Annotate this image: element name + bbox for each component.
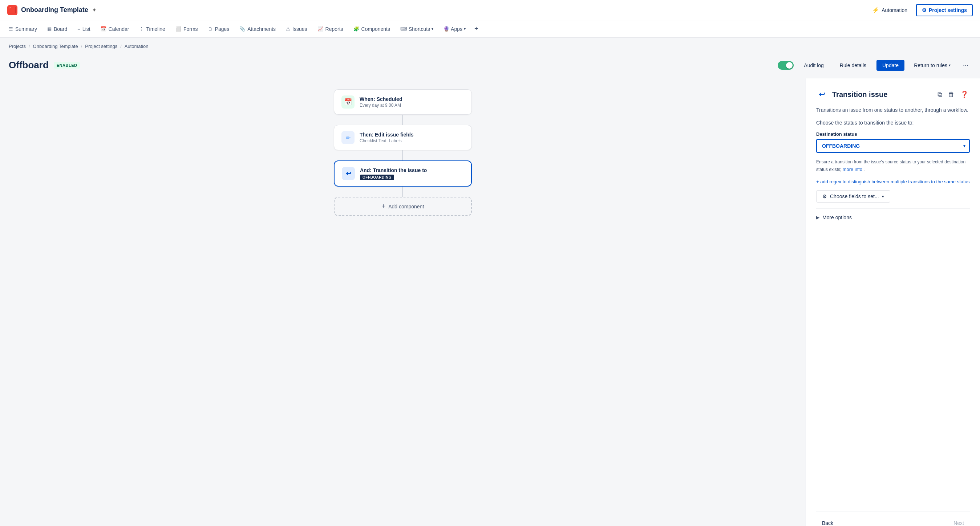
copy-icon[interactable]: ⧉ bbox=[936, 89, 944, 100]
right-panel: ↩ Transition issue ⧉ 🗑 ❓ Transitions an … bbox=[806, 78, 980, 526]
then-subtitle: Checklist Text, Labels bbox=[360, 138, 464, 143]
more-options-chevron-icon: ▶ bbox=[816, 215, 819, 220]
add-regex-link[interactable]: + add regex to distinguish between multi… bbox=[816, 179, 970, 184]
choose-fields-button[interactable]: ⚙ Choose fields to set... ▾ bbox=[816, 190, 890, 203]
top-header: 🟥 Onboarding Template ✦ ⚡ Automation ⚙ P… bbox=[0, 0, 980, 20]
nav-pages-label: Pages bbox=[215, 26, 229, 32]
flow-node-then[interactable]: ✏ Then: Edit issue fields Checklist Text… bbox=[334, 125, 472, 150]
panel-icon: ↩ bbox=[816, 89, 828, 100]
nav-list-label: List bbox=[83, 26, 91, 32]
add-component-button[interactable]: + Add component bbox=[334, 197, 472, 216]
nav-timeline-label: Timeline bbox=[146, 26, 165, 32]
choose-fields-section: ⚙ Choose fields to set... ▾ bbox=[816, 190, 970, 203]
nav-bar: ☰ Summary ▦ Board ≡ List 📅 Calendar ⋮ Ti… bbox=[0, 20, 980, 38]
breadcrumb-sep-3: / bbox=[120, 44, 122, 49]
delete-icon[interactable]: 🗑 bbox=[947, 89, 956, 100]
destination-status-select[interactable]: OFFBOARDING IN PROGRESS DONE TO DO bbox=[816, 139, 970, 153]
destination-select-wrapper: OFFBOARDING IN PROGRESS DONE TO DO ▾ bbox=[816, 139, 970, 153]
next-button: Next bbox=[948, 517, 970, 526]
issues-icon: ⚠ bbox=[286, 26, 290, 32]
nav-board[interactable]: ▦ Board bbox=[43, 23, 72, 35]
nav-issues-label: Issues bbox=[293, 26, 307, 32]
automation-icon: ⚡ bbox=[872, 6, 880, 13]
panel-divider bbox=[816, 208, 970, 209]
more-button[interactable]: ··· bbox=[960, 59, 971, 71]
breadcrumb-sep-1: / bbox=[29, 44, 30, 49]
nav-apps-label: Apps bbox=[451, 26, 462, 32]
when-subtitle: Every day at 9:00 AM bbox=[360, 103, 464, 108]
nav-issues[interactable]: ⚠ Issues bbox=[282, 23, 311, 35]
nav-list[interactable]: ≡ List bbox=[73, 23, 94, 35]
return-label: Return to rules bbox=[914, 62, 947, 68]
nav-pages[interactable]: 🗋 Pages bbox=[204, 23, 234, 35]
enabled-toggle[interactable] bbox=[778, 61, 794, 70]
panel-note-period: . bbox=[864, 167, 864, 172]
automation-button[interactable]: ⚡ Automation bbox=[868, 4, 912, 16]
nav-summary[interactable]: ☰ Summary bbox=[4, 23, 41, 35]
nav-timeline[interactable]: ⋮ Timeline bbox=[135, 23, 169, 35]
page-title-left: Offboard ENABLED bbox=[9, 60, 80, 71]
flow-node-when[interactable]: 📅 When: Scheduled Every day at 9:00 AM bbox=[334, 89, 472, 115]
connector-1 bbox=[402, 115, 403, 125]
flow-container: 📅 When: Scheduled Every day at 9:00 AM ✏… bbox=[334, 89, 472, 216]
then-content: Then: Edit issue fields Checklist Text, … bbox=[360, 132, 464, 143]
return-to-rules-button[interactable]: Return to rules ▾ bbox=[909, 60, 956, 71]
summary-icon: ☰ bbox=[9, 26, 13, 32]
nav-reports[interactable]: 📈 Reports bbox=[313, 23, 348, 35]
breadcrumb-sep-2: / bbox=[81, 44, 83, 49]
nav-attachments[interactable]: 📎 Attachments bbox=[235, 23, 280, 35]
breadcrumb-onboarding[interactable]: Onboarding Template bbox=[33, 44, 78, 49]
nav-shortcuts-label: Shortcuts bbox=[409, 26, 430, 32]
nav-add-button[interactable]: + bbox=[471, 24, 481, 34]
nav-calendar[interactable]: 📅 Calendar bbox=[96, 23, 134, 35]
pin-icon[interactable]: ✦ bbox=[92, 6, 97, 13]
app-title: Onboarding Template bbox=[21, 6, 88, 14]
nav-summary-label: Summary bbox=[15, 26, 37, 32]
nav-attachments-label: Attachments bbox=[247, 26, 276, 32]
nav-shortcuts[interactable]: ⌨ Shortcuts ▾ bbox=[396, 23, 438, 35]
audit-log-button[interactable]: Audit log bbox=[798, 60, 829, 71]
rule-details-button[interactable]: Rule details bbox=[834, 60, 872, 71]
nav-forms[interactable]: ⬜ Forms bbox=[171, 23, 202, 35]
timeline-icon: ⋮ bbox=[139, 26, 144, 32]
back-button[interactable]: Back bbox=[816, 517, 839, 526]
panel-choose-label: Choose the status to transition the issu… bbox=[816, 120, 970, 126]
destination-status-label: Destination status bbox=[816, 132, 970, 137]
canvas-area: 📅 When: Scheduled Every day at 9:00 AM ✏… bbox=[0, 78, 806, 526]
more-info-link[interactable]: more info bbox=[843, 167, 862, 172]
panel-title: Transition issue bbox=[832, 91, 888, 99]
enabled-badge: ENABLED bbox=[54, 62, 80, 68]
calendar-icon: 📅 bbox=[100, 26, 107, 32]
main-content: 📅 When: Scheduled Every day at 9:00 AM ✏… bbox=[0, 78, 980, 526]
app-icon: 🟥 bbox=[7, 5, 18, 15]
breadcrumb: Projects / Onboarding Template / Project… bbox=[0, 38, 980, 55]
nav-apps[interactable]: 🔮 Apps ▾ bbox=[439, 23, 470, 35]
breadcrumb-projects[interactable]: Projects bbox=[9, 44, 26, 49]
panel-footer: Back Next bbox=[816, 511, 970, 526]
connector-2 bbox=[402, 150, 403, 161]
more-options-row[interactable]: ▶ More options bbox=[816, 215, 970, 220]
nav-components-label: Components bbox=[361, 26, 390, 32]
choose-fields-chevron-icon: ▾ bbox=[882, 194, 884, 199]
help-icon[interactable]: ❓ bbox=[959, 89, 970, 100]
and-icon: ↩ bbox=[342, 167, 355, 180]
panel-description: Transitions an issue from one status to … bbox=[816, 106, 970, 114]
list-icon: ≡ bbox=[77, 26, 80, 32]
board-icon: ▦ bbox=[47, 26, 52, 32]
nav-calendar-label: Calendar bbox=[108, 26, 129, 32]
panel-note-text: Ensure a transition from the issue's sou… bbox=[816, 159, 966, 172]
page-title: Offboard bbox=[9, 60, 49, 71]
nav-components[interactable]: 🧩 Components bbox=[349, 23, 395, 35]
and-title: And: Transition the issue to bbox=[360, 167, 464, 173]
apps-icon: 🔮 bbox=[444, 26, 449, 32]
flow-node-and[interactable]: ↩ And: Transition the issue to OFFBOARDI… bbox=[334, 161, 472, 187]
project-settings-button[interactable]: ⚙ Project settings bbox=[916, 4, 973, 16]
header-left: 🟥 Onboarding Template ✦ bbox=[7, 5, 97, 15]
attachments-icon: 📎 bbox=[239, 26, 245, 32]
more-options-label: More options bbox=[822, 215, 852, 220]
when-content: When: Scheduled Every day at 9:00 AM bbox=[360, 96, 464, 108]
breadcrumb-project-settings[interactable]: Project settings bbox=[85, 44, 117, 49]
update-button[interactable]: Update bbox=[877, 60, 904, 71]
when-icon: 📅 bbox=[341, 95, 355, 108]
panel-spacer bbox=[816, 226, 970, 505]
